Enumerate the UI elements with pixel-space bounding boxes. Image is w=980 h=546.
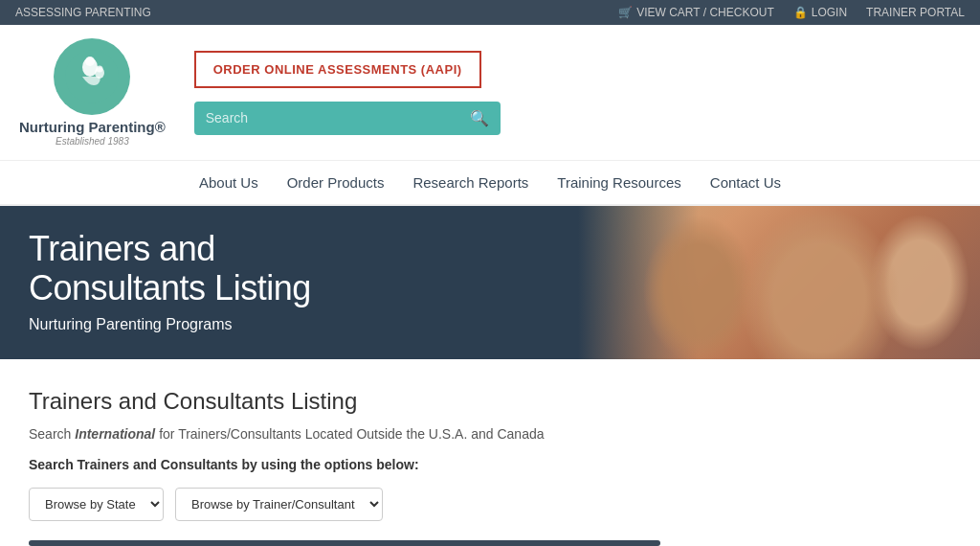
trainer-portal-link[interactable]: TRAINER PORTAL <box>866 6 965 19</box>
subtitle-prefix: Search <box>29 426 75 442</box>
nav-contact-us[interactable]: Contact Us <box>710 171 781 194</box>
order-assessments-button[interactable]: ORDER ONLINE ASSESSMENTS (AAPI) <box>194 51 481 88</box>
hero-text: Trainers andConsultants Listing Nurturin… <box>0 206 578 359</box>
search-button[interactable]: 🔍 <box>470 109 489 127</box>
hero-title: Trainers andConsultants Listing <box>29 229 549 308</box>
nav-order-products[interactable]: Order Products <box>287 171 385 194</box>
main-content: Trainers and Consultants Listing Search … <box>0 359 861 546</box>
hero-banner: Trainers andConsultants Listing Nurturin… <box>0 206 980 359</box>
subtitle-bold: International <box>75 426 155 442</box>
content-heading: Trainers and Consultants Listing <box>29 388 833 415</box>
assessing-parenting-link[interactable]: ASSESSING PARENTING <box>15 6 151 19</box>
logo-svg <box>63 48 121 105</box>
search-bar: 🔍 <box>194 102 501 135</box>
lock-icon: 🔒 <box>793 6 808 19</box>
assessing-parenting-label: ASSESSING PARENTING <box>15 6 151 19</box>
subtitle-suffix: for Trainers/Consultants Located Outside… <box>155 426 544 442</box>
login-label: LOGIN <box>812 6 847 19</box>
trainer-portal-label: TRAINER PORTAL <box>866 6 965 19</box>
cart-link[interactable]: 🛒 VIEW CART / CHECKOUT <box>618 6 774 19</box>
content-subtitle: Search International for Trainers/Consul… <box>29 426 833 442</box>
browse-by-trainer-dropdown[interactable]: Browse by Trainer/Consultant <box>175 488 383 521</box>
cart-icon: 🛒 <box>618 6 633 19</box>
search-input[interactable] <box>206 110 462 125</box>
main-nav: About Us Order Products Research Reports… <box>0 161 980 206</box>
header: Nurturing Parenting® Established 1983 OR… <box>0 25 980 161</box>
dropdowns: Browse by State Alabama Alaska Arizona A… <box>29 488 833 521</box>
top-bar: ASSESSING PARENTING 🛒 VIEW CART / CHECKO… <box>0 0 980 25</box>
header-middle: ORDER ONLINE ASSESSMENTS (AAPI) 🔍 <box>194 51 961 135</box>
nav-training-resources[interactable]: Training Resources <box>557 171 681 194</box>
svg-point-4 <box>97 66 103 73</box>
hero-image <box>578 206 980 359</box>
progress-bar-fill <box>29 540 660 546</box>
logo-established: Established 1983 <box>56 136 129 147</box>
login-link[interactable]: 🔒 LOGIN <box>793 6 847 19</box>
logo-circle <box>54 38 130 115</box>
cart-label: VIEW CART / CHECKOUT <box>636 6 774 19</box>
logo-area: Nurturing Parenting® Established 1983 <box>19 38 166 147</box>
nav-about-us[interactable]: About Us <box>199 171 258 194</box>
browse-by-state-dropdown[interactable]: Browse by State Alabama Alaska Arizona A… <box>29 488 164 521</box>
nav-research-reports[interactable]: Research Reports <box>412 171 528 194</box>
svg-point-3 <box>85 57 95 66</box>
hero-subtitle: Nurturing Parenting Programs <box>29 316 549 333</box>
logo-name: Nurturing Parenting® <box>19 119 166 136</box>
progress-bar-container <box>29 540 660 546</box>
search-label: Search Trainers and Consultants by using… <box>29 457 833 472</box>
